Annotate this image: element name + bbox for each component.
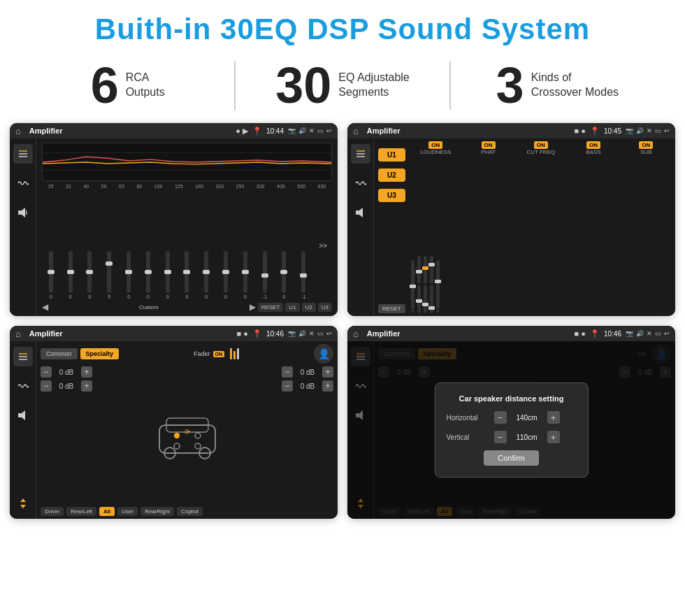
all-btn[interactable]: All [99, 507, 115, 516]
stat-rca: 6 RCAOutputs [28, 60, 227, 110]
screen-content-eq: 253240506380100125160200250320400500630 … [10, 138, 338, 316]
dot4-icon: ■ ● [575, 329, 586, 338]
db-plus-br[interactable]: + [322, 380, 333, 392]
rearright-btn[interactable]: RearRight [140, 507, 174, 516]
distance-dialog-overlay: Car speaker distance setting Horizontal … [347, 341, 675, 519]
rect-icon-crossover: ▭ [655, 127, 661, 134]
slider-8: 0 [197, 250, 215, 299]
page-title: Buith-in 30EQ DSP Sound System [0, 0, 685, 53]
location-icon-eq: 📍 [252, 127, 262, 136]
u2-btn[interactable]: U2 [378, 169, 405, 182]
db-minus-bl[interactable]: − [41, 380, 52, 392]
db-val-bl: 0 dB [54, 382, 79, 390]
reset-btn-crossover[interactable]: RESET [378, 304, 405, 313]
horizontal-minus[interactable]: − [494, 411, 507, 424]
confirm-button[interactable]: Confirm [484, 450, 539, 466]
horizontal-plus[interactable]: + [547, 411, 560, 424]
cutfreq-col: ON CUT FREQ [516, 141, 565, 155]
fader-left: − 0 dB + − 0 dB + [41, 366, 136, 504]
db-minus-tr[interactable]: − [282, 366, 293, 378]
db-minus-tl[interactable]: − [41, 366, 52, 378]
eq-reset-btn[interactable]: RESET [258, 303, 284, 312]
screen-distance: ⌂ Amplifier ■ ● 📍 10:46 📷 🔊 ✕ ▭ ↩ [347, 326, 675, 519]
eq-u1-btn[interactable]: U1 [285, 303, 299, 312]
x-icon-distance: ✕ [647, 330, 652, 337]
speaker-btn-crossover[interactable] [351, 203, 370, 222]
v-slider-bass1 [430, 256, 433, 284]
slider-14: >> [314, 242, 332, 250]
wave-btn-crossover[interactable] [351, 173, 370, 193]
eq-btn-crossover[interactable] [351, 144, 370, 164]
db-plus-tr[interactable]: + [322, 366, 333, 378]
camera-icon-fader: 📷 [288, 330, 296, 337]
wave-sidebar-btn[interactable] [13, 173, 33, 193]
vol-icon-eq: 🔊 [298, 127, 306, 134]
phat-col: ON PHAT [463, 141, 513, 155]
status-icons-eq: 📷 🔊 ✕ ▭ ↩ [288, 127, 332, 134]
user-btn[interactable]: User [117, 507, 138, 516]
arrows-btn-fader[interactable] [13, 494, 33, 513]
stat-divider-1 [234, 61, 236, 110]
slider-0: 0 [42, 250, 60, 299]
svg-rect-11 [356, 210, 359, 215]
db-plus-bl[interactable]: + [81, 380, 92, 392]
screen-fader: ⌂ Amplifier ■ ● 📍 10:46 📷 🔊 ✕ ▭ ↩ [10, 326, 338, 519]
common-tab[interactable]: Common [41, 348, 78, 359]
copilot-btn[interactable]: Copilot [177, 507, 203, 516]
rect-icon-eq: ▭ [317, 127, 324, 134]
freq-labels: 253240506380100125160200250320400500630 [42, 184, 332, 189]
status-icons-distance: 📷 🔊 ✕ ▭ ↩ [626, 330, 670, 337]
screen-content-distance: Common Specialty ON 👤 − 0 dB + [347, 341, 675, 519]
eq-sidebar-btn[interactable] [13, 144, 33, 164]
svg-point-24 [174, 433, 180, 438]
loudness-on: ON [428, 141, 442, 149]
back-icon-eq: ↩ [326, 127, 332, 134]
home-icon-crossover: ⌂ [353, 126, 359, 136]
vertical-minus[interactable]: − [494, 431, 507, 443]
db-plus-tl[interactable]: + [81, 366, 92, 378]
rect-icon-fader: ▭ [317, 330, 324, 337]
fader-right: − 0 dB + − 0 dB + [238, 366, 333, 504]
db-val-tr: 0 dB [295, 368, 320, 376]
svg-marker-17 [22, 410, 25, 420]
fader-tabs: Common Specialty Fader ON 👤 [41, 344, 333, 364]
stat-eq: 30 EQ AdjustableSegments [243, 60, 442, 110]
rearleft-btn[interactable]: RearLeft [66, 507, 96, 516]
speaker-btn-fader[interactable] [13, 406, 33, 425]
eq-u2-btn[interactable]: U2 [302, 303, 316, 312]
eq-u3-btn[interactable]: U3 [318, 303, 332, 312]
status-bar-fader: ⌂ Amplifier ■ ● 📍 10:46 📷 🔊 ✕ ▭ ↩ [10, 326, 338, 341]
sub-on: ON [639, 141, 653, 149]
u3-btn[interactable]: U3 [378, 189, 405, 202]
car-diagram: ⟳ [140, 366, 235, 504]
fader-body: − 0 dB + − 0 dB + [41, 366, 333, 504]
camera-icon-distance: 📷 [626, 330, 633, 337]
slider-9: 0 [217, 250, 235, 299]
slider-2: 0 [81, 250, 99, 299]
wave-btn-fader[interactable] [13, 376, 33, 396]
fader-main: Common Specialty Fader ON 👤 − [36, 341, 338, 519]
status-bar-eq: ⌂ Amplifier ● ▶ 📍 10:44 📷 🔊 ✕ ▭ ↩ [10, 123, 338, 138]
fader-footer: Driver RearLeft All User RearRight Copil… [41, 507, 333, 516]
person-icon-fader: 👤 [314, 344, 333, 364]
svg-marker-18 [20, 499, 26, 502]
home-icon-eq: ⌂ [15, 126, 21, 136]
location-icon-fader: 📍 [252, 329, 262, 338]
eq-main: 253240506380100125160200250320400500630 … [36, 138, 338, 316]
eq-next[interactable]: ▶ [250, 302, 256, 312]
eq-btn-fader[interactable] [13, 347, 33, 366]
speaker-sidebar-btn[interactable] [13, 203, 33, 222]
vertical-plus[interactable]: + [547, 431, 560, 443]
svg-point-25 [195, 433, 201, 438]
phat-on: ON [482, 141, 496, 149]
screen-content-crossover: U1 U2 U3 RESET ON LOUDNESS ON PHAT [347, 138, 675, 316]
specialty-tab[interactable]: Specialty [80, 348, 120, 359]
slider-3: 5 [100, 250, 118, 299]
eq-prev[interactable]: ◀ [42, 302, 48, 312]
db-minus-br[interactable]: − [282, 380, 293, 392]
svg-point-26 [174, 443, 180, 449]
stats-row: 6 RCAOutputs 30 EQ AdjustableSegments 3 … [0, 53, 685, 123]
driver-btn[interactable]: Driver [41, 507, 64, 516]
camera-icon-eq: 📷 [288, 127, 296, 134]
u1-btn[interactable]: U1 [378, 148, 405, 162]
